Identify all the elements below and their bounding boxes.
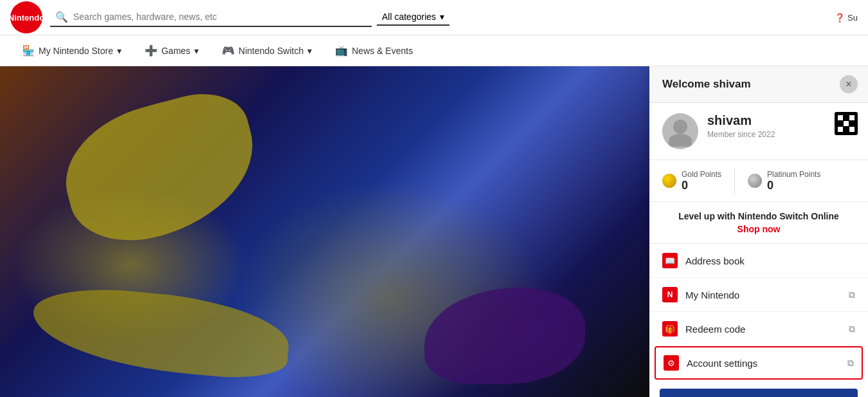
close-button[interactable]: × <box>840 75 858 93</box>
my-nintendo-icon: N <box>662 287 678 302</box>
logo-text: Nintendo <box>8 13 44 23</box>
account-settings-item[interactable]: ⚙ Account settings ⧉ <box>655 346 863 380</box>
nav-label-switch: Nintendo Switch <box>239 46 303 56</box>
my-nintendo-label: My Nintendo <box>685 290 841 300</box>
avatar <box>662 113 698 149</box>
avatar-image <box>662 113 698 149</box>
my-nintendo-item[interactable]: N My Nintendo ⧉ <box>649 278 868 312</box>
search-icon: 🔍 <box>55 11 68 23</box>
external-link-icon: ⧉ <box>849 290 855 300</box>
support-button[interactable]: ❓ Su <box>835 13 858 23</box>
account-settings-icon: ⚙ <box>664 355 679 371</box>
user-dropdown-panel: Welcome shivam × shivam Member since 202… <box>649 66 868 397</box>
question-icon: ❓ <box>835 13 845 23</box>
gold-points-info: Gold Points 0 <box>682 170 721 192</box>
support-label: Su <box>847 13 858 23</box>
gold-points-item: Gold Points 0 <box>662 170 721 192</box>
nav-bar: 🏪 My Nintendo Store ▾ ➕ Games ▾ 🎮 Ninten… <box>0 35 868 66</box>
points-section: Gold Points 0 Platinum Points 0 <box>649 160 868 202</box>
chevron-switch-icon: ▾ <box>307 46 312 56</box>
nav-item-news-events[interactable]: 📺 News & Events <box>326 41 422 60</box>
platinum-points-value: 0 <box>767 179 820 192</box>
welcome-title: Welcome shivam <box>662 78 751 91</box>
gold-points-value: 0 <box>682 179 721 192</box>
chevron-store-icon: ▾ <box>117 46 122 56</box>
profile-username: shivam <box>707 113 855 128</box>
external-link-icon-3: ⧉ <box>847 358 854 369</box>
nav-label-news: News & Events <box>352 46 413 56</box>
address-book-item[interactable]: 📖 Address book <box>649 244 868 278</box>
platinum-points-info: Platinum Points 0 <box>767 170 820 192</box>
overlay <box>0 66 649 397</box>
switch-icon: 🎮 <box>222 44 235 57</box>
account-settings-label: Account settings <box>687 358 840 369</box>
gold-points-icon <box>662 174 676 188</box>
redeem-code-label: Redeem code <box>685 324 841 335</box>
profile-since: Member since 2022 <box>707 130 855 139</box>
chevron-games-icon: ▾ <box>194 46 199 56</box>
chevron-down-icon: ▾ <box>440 12 444 22</box>
nav-item-games[interactable]: ➕ Games ▾ <box>136 41 208 60</box>
nso-text: Level up with Nintendo Switch Online <box>662 211 855 221</box>
redeem-code-icon: 🎁 <box>662 321 678 337</box>
main-content: Welcome shivam × shivam Member since 202… <box>0 66 868 397</box>
search-bar-container: 🔍 <box>50 8 372 27</box>
header: Nintendo 🔍 All categories ▾ ❓ Su <box>0 0 868 35</box>
nintendo-logo[interactable]: Nintendo <box>10 1 42 33</box>
profile-info: shivam Member since 2022 <box>707 113 855 139</box>
qr-icon <box>838 115 854 132</box>
category-dropdown[interactable]: All categories ▾ <box>377 9 449 26</box>
search-input[interactable] <box>73 12 366 22</box>
category-label: All categories <box>382 12 436 22</box>
panel-header: Welcome shivam × <box>649 66 868 103</box>
qr-code-button[interactable] <box>835 112 858 135</box>
platinum-points-item: Platinum Points 0 <box>748 170 820 192</box>
platinum-points-icon <box>748 174 762 188</box>
nav-label-games: Games <box>161 46 190 56</box>
shop-now-link[interactable]: Shop now <box>662 224 855 234</box>
gold-points-label: Gold Points <box>682 170 721 179</box>
nav-label-store: My Nintendo Store <box>39 46 113 56</box>
points-divider <box>734 168 735 194</box>
nav-item-my-nintendo-store[interactable]: 🏪 My Nintendo Store ▾ <box>13 41 131 60</box>
platinum-points-label: Platinum Points <box>767 170 820 179</box>
news-icon: 📺 <box>335 44 348 57</box>
address-book-icon: 📖 <box>662 253 678 268</box>
games-icon: ➕ <box>145 44 158 57</box>
external-link-icon-2: ⧉ <box>849 324 855 335</box>
redeem-code-item[interactable]: 🎁 Redeem code ⧉ <box>649 312 868 346</box>
sign-out-button[interactable]: ⬅ Sign out <box>660 389 858 397</box>
nso-promo: Level up with Nintendo Switch Online Sho… <box>649 202 868 244</box>
profile-section: shivam Member since 2022 <box>649 103 868 160</box>
address-book-label: Address book <box>685 255 855 266</box>
header-right: ❓ Su <box>835 13 858 23</box>
nav-item-nintendo-switch[interactable]: 🎮 Nintendo Switch ▾ <box>213 41 321 60</box>
store-icon: 🏪 <box>22 44 35 57</box>
